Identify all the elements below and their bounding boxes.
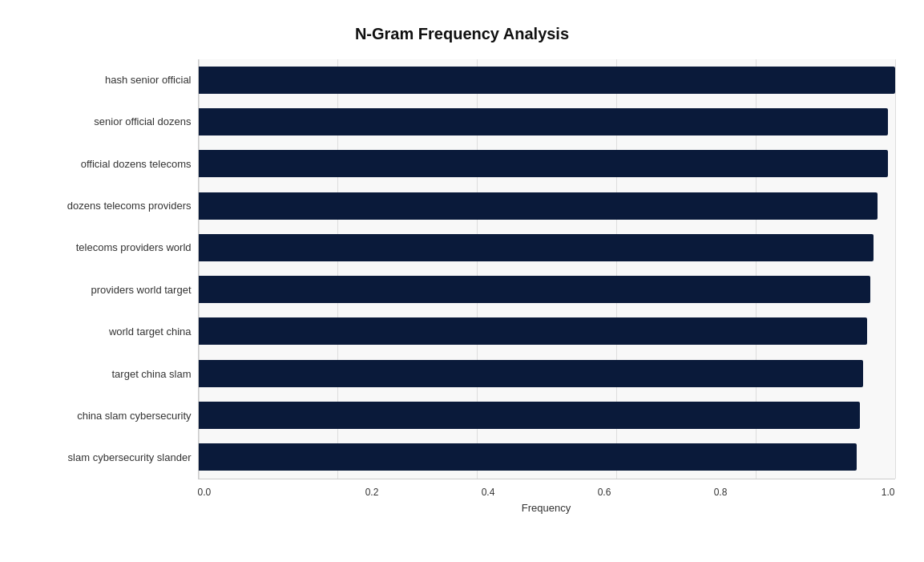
bar-row <box>199 273 895 306</box>
bar-row <box>199 105 895 139</box>
x-tick: 0.6 <box>547 483 663 498</box>
bar <box>199 234 874 261</box>
bar <box>199 150 888 177</box>
bar <box>199 67 895 94</box>
y-label: world target china <box>109 315 192 349</box>
x-tick: 1.0 <box>779 483 895 498</box>
bar-row <box>199 357 895 390</box>
x-tick: 0.8 <box>663 483 779 498</box>
grid-line <box>895 59 896 479</box>
chart-container: N-Gram Frequency Analysis hash senior of… <box>22 9 903 554</box>
y-label: dozens telecoms providers <box>67 189 192 223</box>
x-tick: 0.0 <box>198 483 314 498</box>
y-label: telecoms providers world <box>76 231 192 265</box>
bar <box>199 360 864 387</box>
y-label: target china slam <box>112 357 192 390</box>
chart-body: hash senior officialsenior official doze… <box>30 59 895 479</box>
bar <box>199 276 871 303</box>
bar-row <box>199 314 895 348</box>
bar <box>199 192 878 220</box>
bar <box>199 317 867 345</box>
y-axis-spacer <box>30 483 198 514</box>
chart-title: N-Gram Frequency Analysis <box>355 25 569 43</box>
y-label: hash senior official <box>105 63 191 97</box>
bar <box>199 108 888 135</box>
x-tick: 0.2 <box>314 483 430 498</box>
bar-row <box>199 189 895 223</box>
bar <box>199 402 861 429</box>
y-label: senior official dozens <box>94 105 191 139</box>
y-label: official dozens telecoms <box>81 147 192 180</box>
bar-row <box>199 440 895 474</box>
x-tick: 0.4 <box>430 483 547 498</box>
y-label: providers world target <box>91 273 192 307</box>
bar-row <box>199 398 895 432</box>
x-axis-label: Frequency <box>198 502 895 514</box>
bar-row <box>199 147 895 180</box>
x-ticks: 0.00.20.40.60.81.0 <box>198 483 895 498</box>
bar-row <box>199 63 895 97</box>
bar <box>199 443 857 471</box>
plot-area <box>198 59 895 479</box>
y-label: china slam cybersecurity <box>77 399 191 433</box>
bottom-area: 0.00.20.40.60.81.0 Frequency <box>30 483 895 514</box>
x-axis-area: 0.00.20.40.60.81.0 Frequency <box>198 483 895 514</box>
bar-row <box>199 231 895 265</box>
y-label: slam cybersecurity slander <box>68 441 192 475</box>
y-axis: hash senior officialsenior official doze… <box>30 59 198 479</box>
